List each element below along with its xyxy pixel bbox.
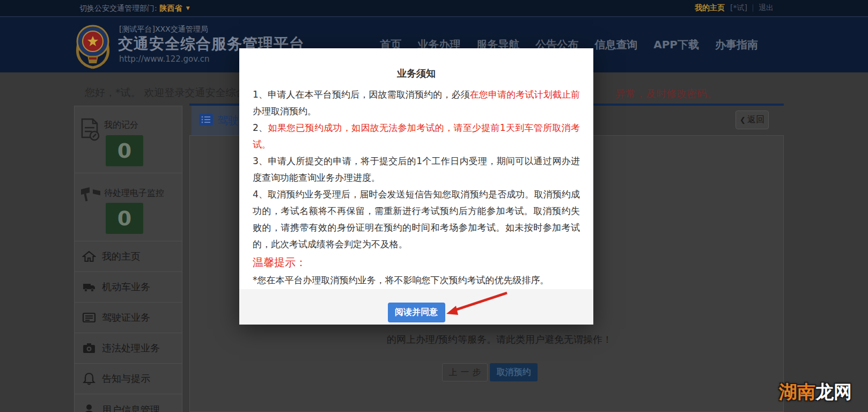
sidebar-item-label: 我的主页 [102,250,141,263]
divider [753,4,753,12]
my-points-value[interactable]: 0 [106,135,143,166]
home-icon [82,249,96,263]
bell-icon [82,372,96,386]
my-home-link[interactable]: 我的主页 [695,3,725,13]
topbar: 切换公安交通管理部门: 陕西省 ▼ 我的主页 [*试] 退出 [0,0,868,17]
business-notice-modal: 业务须知 1、申请人在本平台预约后，因故需取消预约的，必须在您申请的考试计划截止… [239,48,593,325]
stat-label: 我的记分 [104,120,138,131]
sidebar-item-label: 违法处理业务 [102,342,160,355]
cancel-reservation-button[interactable]: 取消预约 [490,363,538,381]
back-button-label: 返回 [747,114,764,126]
sidebar-item-label: 告知与提示 [102,372,150,385]
switch-department-label: 切换公安交通管理部门: [79,4,157,12]
previous-step-button[interactable]: 上一步 [442,363,488,381]
nav-handling-guide[interactable]: 办事指南 [715,38,758,52]
stat-my-points: 我的记分 0 [75,106,182,173]
notice-paragraph-1: 1、申请人在本平台预约后，因故需取消预约的，必须在您申请的考试计划截止前办理取消… [253,86,580,120]
notice-fragment-text: 的网上办理/预约等服务。请此类用户避免无谓操作！ [387,333,612,346]
nav-app-download[interactable]: APP下载 [653,38,699,52]
stat-pending-surveillance: 待处理电子监控 0 [75,173,182,241]
region-selector[interactable]: 陕西省 [159,4,182,12]
my-home-user-tag: [*试] [730,3,747,13]
modal-body: 业务须知 1、申请人在本平台预约后，因故需取消预约的，必须在您申请的考试计划截止… [239,48,593,289]
sidebar-item-label: 驾驶证业务 [102,311,150,324]
annotation-arrow [429,284,515,322]
camera-icon [82,341,96,355]
p1-text: 1、申请人在本平台预约后，因故需取消预约的，必须 [253,89,470,100]
sidebar: 我的记分 0 待处理电子监控 0 我的主页 [74,106,182,412]
logout-link[interactable]: 退出 [759,3,774,13]
notice-paragraph-2: 2、如果您已预约成功，如因故无法参加考试的，请至少提前1天到车管所取消考试。 [253,120,580,153]
nav-info-query[interactable]: 信息查询 [594,38,637,52]
notice-paragraph-3: 3、申请人所提交的申请，将于提交后的1个工作日内受理，期间可以通过网办进度查询功… [253,153,580,186]
tab-driving-license[interactable]: 驾驶 [192,106,239,135]
back-button[interactable]: ❮ 返回 [735,111,769,129]
password-warning: 异常，及时修改密码。 [615,87,717,101]
caret-down-icon: ▼ [186,5,190,11]
sidebar-item-my-home[interactable]: 我的主页 [75,241,182,272]
pending-surveillance-value[interactable]: 0 [106,203,143,234]
user-icon [82,403,96,412]
p2-text: 2、 [253,122,268,133]
sidebar-item-user-info[interactable]: 用户信息管理 [75,394,182,412]
agency-name: [测试平台]XXX交通管理局 [119,25,208,34]
welcome-message: 您好，*试。 欢迎登录交通安全综合服 [85,86,256,100]
score-document-icon [80,118,100,144]
page: 切换公安交通管理部门: 陕西省 ▼ 我的主页 [*试] 退出 [测试平台]XXX… [0,0,868,412]
police-badge-logo [73,21,113,72]
sidebar-item-violation-business[interactable]: 违法处理业务 [75,333,182,364]
topbar-user-links: 我的主页 [*试] 退出 [695,0,774,16]
sidebar-item-label: 用户信息管理 [102,403,160,412]
vehicle-icon [82,280,96,294]
watermark: 湖南龙网 [779,380,852,404]
sidebar-item-label: 机动车业务 [102,281,150,293]
modal-footer: 阅读并同意 [239,289,593,325]
tab-label: 驾驶 [217,113,239,128]
modal-title: 业务须知 [253,67,580,80]
license-card-icon [82,311,96,325]
warm-tip-note: *您在本平台办理取消预约业务，将不影响您下次预约考试的优先级排序。 [253,272,580,289]
sidebar-item-vehicle-business[interactable]: 机动车业务 [75,272,182,303]
p1-red-text: 在您申请的考试计划截止前 [470,89,580,100]
warm-tip-title: 温馨提示： [253,253,580,272]
watermark-white: 龙网 [815,381,852,402]
p2-red-text: 如果您已预约成功，如因故无法参加考试的，请至少提前1天到车管所取消考试。 [253,122,580,150]
stat-label: 待处理电子监控 [104,188,164,199]
chevron-left-icon: ❮ [740,116,746,124]
surveillance-camera-icon [80,185,101,209]
switch-department[interactable]: 切换公安交通管理部门: 陕西省 ▼ [79,0,190,16]
sidebar-item-notifications[interactable]: 告知与提示 [75,364,182,394]
list-icon [199,114,213,128]
p1-text-end: 办理取消预约。 [253,106,317,116]
watermark-orange: 湖南 [779,381,815,402]
sidebar-item-license-business[interactable]: 驾驶证业务 [75,303,182,333]
notice-paragraph-4: 4、取消预约业务受理后，届时会发送短信告知您取消预约是否成功。取消预约成功的，考… [253,186,580,253]
site-url: http://www.122.gov.cn [119,54,209,64]
